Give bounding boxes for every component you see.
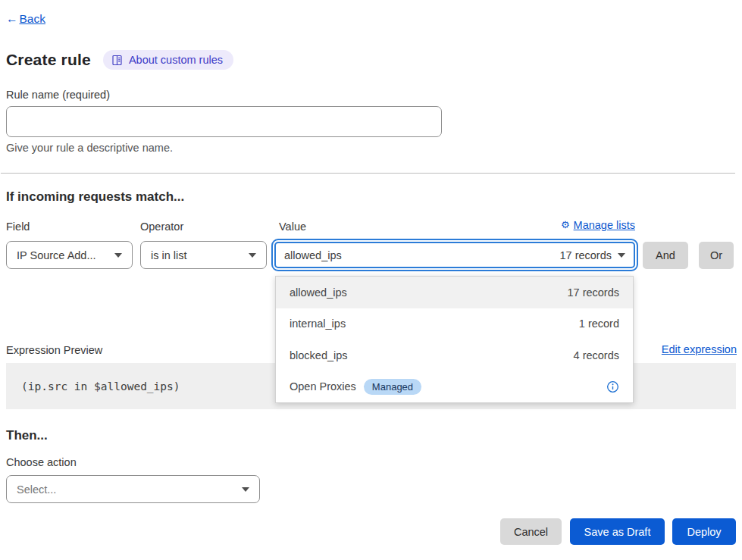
about-custom-rules-label: About custom rules <box>129 54 223 66</box>
list-option-name: blocked_ips <box>290 349 348 361</box>
chevron-down-icon <box>249 253 256 258</box>
list-option-records: 1 record <box>579 318 619 330</box>
field-select-value: IP Source Add... <box>17 249 96 261</box>
value-select-record-count: 17 records <box>559 249 612 261</box>
title-row: Create rule About custom rules <box>6 50 233 70</box>
gear-icon: ⚙ <box>561 219 570 230</box>
operator-select[interactable]: is in list <box>140 241 267 269</box>
section-divider <box>1 173 735 174</box>
manage-lists-link[interactable]: ⚙ Manage lists <box>561 219 635 231</box>
expression-preview-label: Expression Preview <box>6 344 102 356</box>
operator-label: Operator <box>140 221 183 233</box>
chevron-down-icon <box>618 253 625 258</box>
value-select-focus-ring: allowed_ips 17 records <box>271 239 638 271</box>
list-option-open-proxies[interactable]: Open Proxies Managed <box>276 371 633 403</box>
list-option-records: 17 records <box>567 286 619 299</box>
rule-name-input[interactable] <box>6 106 442 137</box>
action-select-placeholder: Select... <box>17 483 56 496</box>
back-arrow-icon: ← <box>6 12 18 26</box>
create-rule-page: ←Back Create rule About custom rules Rul… <box>0 0 742 560</box>
then-section-heading: Then... <box>6 428 48 443</box>
list-dropdown-menu: allowed_ips 17 records internal_ips 1 re… <box>275 276 634 403</box>
list-option-name: Open Proxies <box>290 380 356 393</box>
chevron-down-icon <box>114 253 122 258</box>
cancel-button[interactable]: Cancel <box>500 518 562 545</box>
rule-name-label: Rule name (required) <box>6 89 110 101</box>
list-option-name: allowed_ips <box>290 286 347 299</box>
back-link[interactable]: ←Back <box>6 12 45 26</box>
save-as-draft-button[interactable]: Save as Draft <box>570 518 665 545</box>
list-option-internal-ips[interactable]: internal_ips 1 record <box>276 308 633 340</box>
book-icon <box>111 55 123 66</box>
field-label: Field <box>6 221 30 233</box>
operator-select-value: is in list <box>151 249 187 261</box>
and-button[interactable]: And <box>643 242 688 269</box>
list-option-allowed-ips[interactable]: allowed_ips 17 records <box>276 277 633 308</box>
action-select[interactable]: Select... <box>6 475 260 503</box>
choose-action-label: Choose action <box>6 456 77 468</box>
managed-badge: Managed <box>364 379 421 395</box>
list-option-blocked-ips[interactable]: blocked_ips 4 records <box>276 339 633 371</box>
value-select-selected: allowed_ips <box>284 249 342 261</box>
page-title: Create rule <box>6 51 91 69</box>
list-option-name: internal_ips <box>290 318 346 330</box>
info-icon[interactable] <box>606 380 619 393</box>
expression-code: (ip.src in $allowed_ips) <box>6 380 180 393</box>
or-button[interactable]: Or <box>699 242 734 269</box>
field-select[interactable]: IP Source Add... <box>6 241 133 269</box>
back-label: Back <box>20 12 45 25</box>
deploy-button[interactable]: Deploy <box>672 518 736 545</box>
edit-expression-link[interactable]: Edit expression <box>662 343 737 355</box>
match-section-heading: If incoming requests match... <box>6 189 184 205</box>
rule-name-help-text: Give your rule a descriptive name. <box>6 142 173 154</box>
value-select[interactable]: allowed_ips 17 records <box>274 242 635 268</box>
manage-lists-label: Manage lists <box>574 219 635 231</box>
chevron-down-icon <box>242 487 249 492</box>
value-label: Value <box>279 221 306 233</box>
about-custom-rules-link[interactable]: About custom rules <box>103 50 233 70</box>
list-option-records: 4 records <box>574 349 619 361</box>
